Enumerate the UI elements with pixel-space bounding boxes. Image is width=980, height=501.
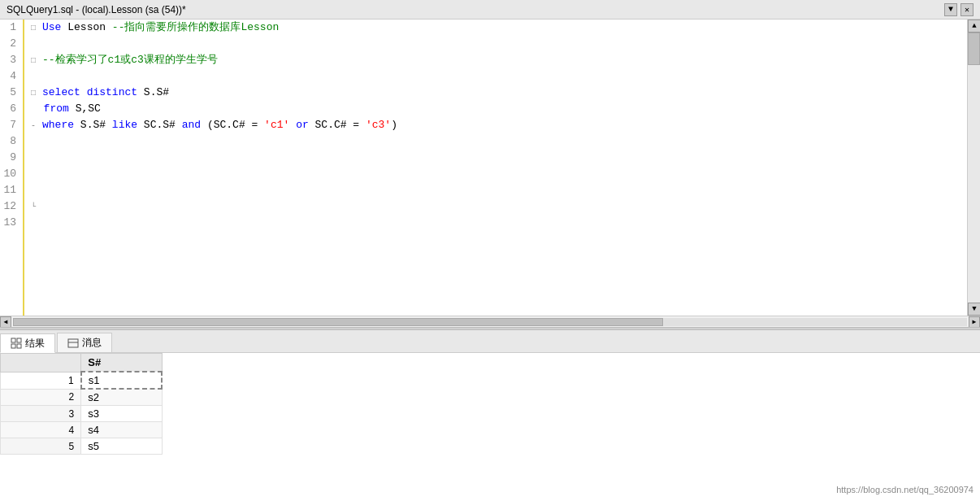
table-row[interactable]: 4s4 (1, 422, 163, 438)
svg-rect-0 (11, 338, 15, 342)
code-area[interactable]: 12345678910111213 □ Use Lesson --指向需要所操作… (0, 20, 967, 316)
expand-icon[interactable]: □ (31, 89, 41, 98)
line-content: from S,SC (31, 101, 967, 117)
editor-container: 12345678910111213 □ Use Lesson --指向需要所操作… (0, 20, 980, 316)
expand-icon[interactable]: - (31, 121, 41, 130)
scroll-up-arrow[interactable]: ▲ (968, 20, 980, 33)
msg-icon (67, 338, 79, 349)
grid-icon (11, 338, 22, 349)
token-plain: Lesson (61, 21, 111, 33)
token-kw: like (112, 119, 137, 131)
row-number: 4 (1, 422, 81, 438)
expand-icon[interactable]: └ (31, 203, 41, 211)
watermark: https://blog.csdn.net/qq_36200974 (836, 485, 973, 494)
token-plain: S.S# (74, 119, 112, 131)
line-content (31, 150, 967, 166)
expand-icon[interactable]: □ (31, 56, 41, 65)
token-plain: (SC.C# = (201, 119, 264, 131)
s-hash-cell[interactable]: s1 (81, 372, 162, 389)
line-content: - where S.S# like SC.S# and (SC.C# = 'c1… (31, 117, 967, 133)
title-bar: SQLQuery1.sql - (local).Lesson (sa (54))… (0, 0, 980, 20)
token-kw: Use (42, 21, 61, 33)
line-content: └ (31, 198, 967, 215)
line-number: 6 (3, 101, 20, 117)
line-number: 2 (3, 36, 20, 52)
table-row[interactable]: 5s5 (1, 438, 163, 455)
token-cm: --检索学习了c1或c3课程的学生学号 (42, 54, 218, 66)
line-content: □ select distinct S.S# (31, 85, 967, 101)
horizontal-scrollbar[interactable]: ◀ ▶ (0, 316, 980, 327)
line-content: □ Use Lesson --指向需要所操作的数据库Lesson (31, 20, 967, 36)
svg-rect-2 (11, 344, 15, 348)
token-kw: or (296, 119, 309, 131)
token-plain (289, 119, 296, 131)
results-panel: 结果消息 S#1s12s23s34s45s5 (0, 330, 980, 501)
token-plain: SC.C# = (309, 119, 366, 131)
scroll-left-arrow[interactable]: ◀ (0, 316, 11, 328)
line-numbers: 12345678910111213 (0, 20, 24, 316)
line-number: 4 (3, 68, 20, 85)
scroll-down-arrow[interactable]: ▼ (968, 303, 980, 316)
line-content (31, 182, 967, 198)
row-number: 5 (1, 438, 81, 455)
results-tabs: 结果消息 (0, 330, 980, 353)
line-number: 7 (3, 117, 20, 133)
line-content: □ --检索学习了c1或c3课程的学生学号 (31, 52, 967, 68)
token-kw: from (44, 102, 69, 115)
line-content (31, 166, 967, 182)
table-row[interactable]: 2s2 (1, 389, 163, 406)
token-cm: --指向需要所操作的数据库Lesson (112, 21, 279, 33)
tab-label-results: 结果 (25, 337, 45, 351)
result-tab-results[interactable]: 结果 (0, 333, 55, 353)
token-kw: where (42, 119, 74, 131)
token-str: 'c1' (264, 119, 289, 131)
table-row[interactable]: 3s3 (1, 406, 163, 422)
scroll-thumb-horizontal[interactable] (13, 318, 663, 326)
line-number: 5 (3, 85, 20, 101)
token-kw: select (42, 86, 80, 98)
column-header-s_hash: S# (81, 354, 162, 372)
title-text: SQLQuery1.sql - (local).Lesson (sa (54))… (7, 4, 186, 15)
line-number: 9 (3, 150, 20, 166)
results-table: S#1s12s23s34s45s5 (0, 353, 163, 455)
line-number: 3 (3, 52, 20, 68)
scroll-track-vertical[interactable] (968, 33, 980, 303)
title-buttons: ▼ ✕ (944, 3, 973, 16)
line-number: 1 (3, 20, 20, 36)
line-number: 12 (3, 198, 20, 215)
column-header-rownum (1, 354, 81, 372)
token-str: 'c3' (366, 119, 391, 131)
row-number: 2 (1, 389, 81, 406)
s-hash-cell[interactable]: s2 (81, 389, 162, 406)
token-plain: S,SC (69, 102, 101, 115)
result-tab-messages[interactable]: 消息 (57, 333, 112, 352)
results-table-wrapper[interactable]: S#1s12s23s34s45s5 (0, 353, 980, 501)
scroll-track-horizontal[interactable] (13, 318, 967, 326)
scroll-right-arrow[interactable]: ▶ (969, 316, 980, 328)
token-kw: and (182, 119, 201, 131)
line-number: 10 (3, 166, 20, 182)
minimize-button[interactable]: ▼ (944, 3, 957, 16)
line-content (31, 68, 967, 85)
scroll-thumb-vertical[interactable] (968, 33, 980, 65)
token-plain: ) (391, 119, 397, 131)
s-hash-cell[interactable]: s4 (81, 422, 162, 438)
line-content (31, 215, 967, 231)
vertical-scrollbar[interactable]: ▲ ▼ (967, 20, 980, 316)
s-hash-cell[interactable]: s3 (81, 406, 162, 422)
token-plain: S.S# (137, 86, 169, 98)
line-content (31, 36, 967, 52)
token-plain: SC.S# (137, 119, 182, 131)
line-number: 13 (3, 215, 20, 231)
svg-rect-1 (17, 338, 21, 342)
line-contents: □ Use Lesson --指向需要所操作的数据库Lesson □ --检索学… (24, 20, 967, 316)
code-lines: 12345678910111213 □ Use Lesson --指向需要所操作… (0, 20, 967, 316)
expand-icon[interactable]: □ (31, 24, 41, 33)
line-number: 8 (3, 133, 20, 150)
table-row[interactable]: 1s1 (1, 372, 163, 389)
s-hash-cell[interactable]: s5 (81, 438, 162, 455)
close-button[interactable]: ✕ (960, 3, 973, 16)
token-plain (80, 86, 87, 98)
row-number: 3 (1, 406, 81, 422)
svg-rect-4 (68, 339, 78, 347)
